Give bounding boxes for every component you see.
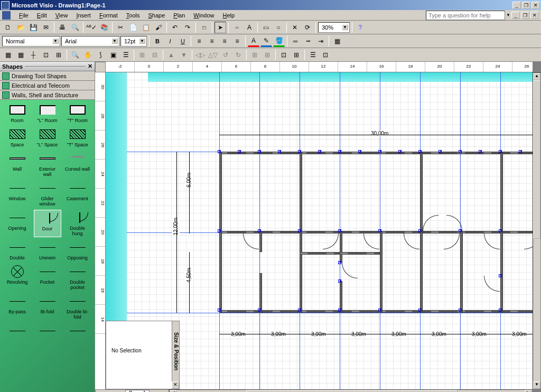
align-center-button[interactable]: ≡ — [206, 35, 218, 47]
shape-glider-window[interactable]: Glider window — [34, 180, 61, 208]
tab-first-button[interactable]: ⏮ — [96, 390, 103, 392]
horizontal-scrollbar[interactable]: ◀ ▶ — [169, 389, 533, 392]
close-button[interactable]: ✕ — [531, 2, 540, 9]
redo-button[interactable]: ↷ — [182, 22, 193, 33]
shapes-panel-close-button[interactable]: ✕ — [88, 63, 92, 70]
grid-button[interactable]: ▦ — [15, 49, 26, 61]
help-search-input[interactable] — [426, 11, 505, 20]
print-button[interactable]: 🖶 — [57, 22, 68, 33]
glue-button[interactable]: ⊞ — [53, 49, 64, 61]
line-ends-button[interactable]: ⇥ — [315, 35, 327, 47]
menu-tools[interactable]: Tools — [122, 11, 144, 20]
italic-button[interactable]: I — [164, 35, 176, 47]
shape-bi-fold[interactable]: Bi-fold — [34, 293, 61, 321]
connect-shapes-button[interactable]: ⊡ — [278, 49, 290, 61]
undo-button[interactable]: ↶ — [169, 22, 181, 33]
format-button[interactable]: ▦ — [331, 35, 343, 47]
layout-shapes-button[interactable]: ⊞ — [291, 49, 302, 61]
new-button[interactable]: 🗋 — [2, 22, 14, 33]
copy-button[interactable]: 📄 — [127, 22, 139, 33]
zoom-dropdown[interactable]: 30%▼ — [318, 22, 350, 33]
align-justify-button[interactable]: ≡ — [231, 35, 243, 47]
shape--l-room[interactable]: "L" Room — [34, 102, 61, 124]
pan-button[interactable]: ✋ — [82, 49, 94, 61]
align-left-button[interactable]: ≡ — [193, 35, 205, 47]
menu-file[interactable]: File — [15, 11, 33, 20]
menu-insert[interactable]: Insert — [72, 11, 95, 20]
help-button[interactable]: ? — [355, 22, 366, 33]
vertical-scrollbar[interactable]: ▲ ▼ — [533, 72, 541, 389]
stencil-item[interactable]: Drawing Tool Shapes — [0, 71, 95, 81]
format-painter-button[interactable]: 🖌 — [153, 22, 164, 33]
horizontal-ruler[interactable]: -20246810121416182022242628 — [106, 62, 533, 72]
connector-tool-button[interactable]: ⎓ — [231, 22, 242, 33]
shape-door[interactable]: Door — [34, 210, 61, 237]
ruler-corner[interactable] — [95, 62, 106, 72]
line-weight-button[interactable]: ═ — [290, 35, 301, 47]
drawing-canvas[interactable]: 30,00m 6,00m 12,00m 4,50m 3,00m3,00m3,00… — [106, 72, 533, 389]
menu-shape[interactable]: Shape — [144, 11, 169, 20]
connectors-button[interactable]: ⊡ — [40, 49, 52, 61]
minimize-button[interactable]: _ — [512, 2, 521, 9]
shape--l-space[interactable]: "L" Space — [34, 126, 61, 148]
tab-last-button[interactable]: ⏭ — [118, 390, 125, 392]
text-tool-button[interactable]: A — [244, 22, 255, 33]
connection-point-button[interactable]: ✕ — [289, 22, 301, 33]
spelling-button[interactable]: ᴬᴮ✓ — [86, 22, 97, 33]
save-button[interactable]: 💾 — [27, 22, 39, 33]
doc-restore-button[interactable]: ❐ — [521, 12, 529, 19]
paste-button[interactable]: 📋 — [140, 22, 152, 33]
shape-item[interactable] — [64, 323, 91, 340]
bold-button[interactable]: B — [152, 35, 163, 47]
shape-room[interactable]: Room — [4, 102, 31, 124]
stencil-item[interactable]: Walls, Shell and Structure — [0, 90, 95, 100]
line-pattern-button[interactable]: ┅ — [302, 35, 314, 47]
cut-button[interactable]: ✂ — [115, 22, 126, 33]
shape-exterior-wall[interactable]: Exterior wall — [34, 151, 61, 178]
shapes-window-button[interactable]: ▦ — [2, 49, 14, 61]
shape-explorer-button[interactable]: ⊡ — [320, 49, 331, 61]
menu-edit[interactable]: Edit — [33, 11, 51, 20]
crop-button[interactable]: ⟆ — [95, 49, 106, 61]
underline-button[interactable]: U — [177, 35, 189, 47]
shape-opposing[interactable]: Opposing — [64, 239, 91, 262]
print-preview-button[interactable]: 🔍 — [69, 22, 81, 33]
stencil-item[interactable]: Electrical and Telecom — [0, 81, 95, 90]
shape-pocket[interactable]: Pocket — [34, 264, 61, 291]
pointer-tool-button[interactable]: ➤ — [214, 22, 226, 33]
shape--t-space[interactable]: "T" Space — [64, 126, 91, 148]
stamp-button[interactable]: ⏍ — [198, 22, 210, 33]
shape-wall[interactable]: Wall — [4, 151, 31, 178]
open-button[interactable]: 📂 — [15, 22, 26, 33]
guides-button[interactable]: ┼ — [27, 49, 39, 61]
layer-button[interactable]: ▣ — [107, 49, 119, 61]
shape-by-pass[interactable]: By-pass — [4, 293, 31, 321]
rotate-button[interactable]: ⟳ — [302, 22, 313, 33]
menu-help[interactable]: Help — [218, 11, 239, 20]
font-dropdown[interactable]: Arial▼ — [61, 36, 119, 46]
page-tab-1[interactable]: Page-1 — [125, 390, 150, 392]
size-position-close-button[interactable]: ✕ — [172, 381, 179, 389]
size-position-window[interactable]: Size & Position No Selection ✕ — [106, 321, 180, 389]
help-dropdown-arrow[interactable]: ▼ — [506, 13, 510, 17]
fill-color-button[interactable]: 🪣 — [273, 35, 285, 47]
shape-window[interactable]: Window — [4, 180, 31, 208]
research-button[interactable]: 📚 — [98, 22, 110, 33]
shape-space[interactable]: Space — [4, 126, 31, 148]
align-right-button[interactable]: ≡ — [219, 35, 230, 47]
vertical-ruler[interactable]: 302826242220181614 — [95, 72, 106, 389]
shape-casement[interactable]: Casement — [64, 180, 91, 208]
rectangle-tool-button[interactable]: ▭ — [260, 22, 272, 33]
shape-double-pocket[interactable]: Double pocket — [64, 264, 91, 291]
shape-revolving[interactable]: Revolving — [4, 264, 31, 291]
menu-view[interactable]: View — [51, 11, 72, 20]
menu-format[interactable]: Format — [95, 11, 122, 20]
shape-item[interactable] — [4, 323, 31, 340]
mail-button[interactable]: ✉ — [40, 22, 52, 33]
doc-close-button[interactable]: ✕ — [530, 12, 539, 19]
style-dropdown[interactable]: Normal▼ — [2, 36, 60, 46]
zoom-in-button[interactable]: 🔍 — [69, 49, 81, 61]
doc-minimize-button[interactable]: _ — [511, 12, 520, 19]
shape-uneven[interactable]: Uneven — [34, 239, 61, 262]
menu-plan[interactable]: Plan — [169, 11, 189, 20]
